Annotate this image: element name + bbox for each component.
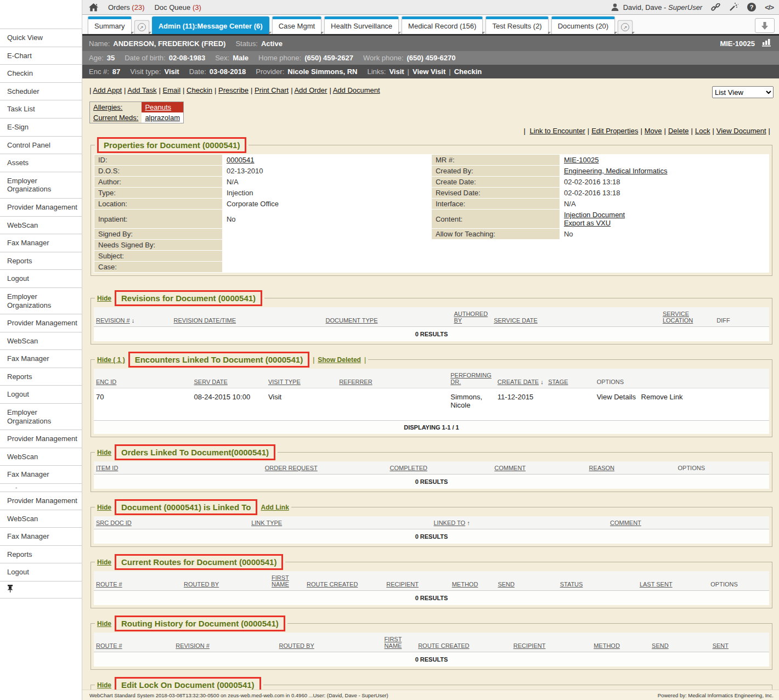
allergies-label[interactable]: Allergies: [90,102,142,112]
column-header[interactable]: AUTHORED BY [451,307,492,327]
current-meds-label[interactable]: Current Meds: [90,112,142,123]
sidebar-item[interactable]: Employer Organizations [0,404,82,430]
sidebar-pin-item[interactable] [0,582,82,599]
chart-action-link[interactable]: Add Order [291,86,327,94]
encounters-hide-link[interactable]: Hide ( 1 ) [97,356,125,364]
column-header[interactable]: SEND [650,633,710,652]
remove-link-link[interactable]: Remove Link [641,393,683,401]
sidebar-item[interactable]: Quick View [0,29,82,47]
orders-hide-link[interactable]: Hide [97,449,111,456]
created-by-link[interactable]: Engineering, Medical Informatics [564,167,668,175]
column-header[interactable]: SRC DOC ID [94,516,249,529]
column-header[interactable]: OPTIONS [676,461,770,475]
column-header[interactable]: RECIPIENT [384,571,449,591]
add-link-link[interactable]: Add Link [261,504,289,511]
allergy-value[interactable]: Peanuts [142,102,183,112]
view-details-link[interactable]: View Details [597,393,636,401]
sidebar-item[interactable]: Provider Management [0,314,82,332]
column-header[interactable]: DOCUMENT TYPE [324,307,452,327]
tab-health-surveillance[interactable]: Health Surveillance [324,16,399,34]
column-header[interactable]: ROUTE CREATED [304,571,384,591]
tab-summary[interactable]: Summary [88,16,132,34]
sidebar-item[interactable]: E-Chart [0,47,82,65]
column-header[interactable]: SERVICE LOCATION [661,307,714,327]
injection-document-link[interactable]: Injection Document [564,211,765,219]
sidebar-item[interactable]: WebScan [0,217,82,235]
tab-case-mgmt[interactable]: Case Mgmt [272,16,321,34]
mr-link[interactable]: MIE-10025 [564,156,599,164]
code-icon[interactable]: </> [765,3,774,12]
view-mode-select[interactable]: List View [712,86,774,98]
column-header[interactable]: REVISION DATE/TIME [172,307,324,327]
visit-link[interactable]: Visit [389,67,404,76]
chart-action-link[interactable]: Add Task [124,86,157,94]
user-label[interactable]: David, Dave - SuperUser [623,3,703,12]
sidebar-item[interactable]: Control Panel [0,137,82,155]
column-header[interactable]: ROUTE CREATED [416,633,511,652]
column-header[interactable]: OPTIONS [595,369,769,388]
column-header[interactable]: ROUTED BY [182,571,269,591]
sidebar-item[interactable]: Fax Manager [0,528,82,546]
documents-external-icon[interactable]: ↗ [618,20,633,35]
edit-lock-hide-link[interactable]: Hide [97,681,111,689]
column-header[interactable]: SERVICE DATE [492,307,661,327]
column-header[interactable]: REVISION # [173,633,276,652]
sidebar-item[interactable]: Logout [0,563,82,582]
column-header[interactable]: COMMENT [608,516,769,529]
column-header[interactable]: REASON [587,461,676,475]
document-action-link[interactable]: Link to Encounter [530,127,585,135]
column-header[interactable]: REVISION #↓ [94,307,172,327]
column-header[interactable]: COMMENT [492,461,586,475]
column-header[interactable]: PERFORMING DR. [448,369,495,388]
sidebar-item[interactable]: E-Sign [0,118,82,137]
tab-admin-message-center[interactable]: Admin (11):Message Center (6) [152,16,269,34]
document-action-link[interactable]: Delete [668,127,689,135]
tab-medical-record[interactable]: Medical Record (156) [402,16,483,34]
document-action-link[interactable]: View Document [716,127,766,135]
sidebar-item[interactable]: WebScan [0,332,82,351]
chart-action-link[interactable]: Email [159,86,181,94]
sidebar-item[interactable]: Reports [0,546,82,564]
sidebar-item[interactable]: Task List [0,100,82,118]
column-header[interactable]: ROUTED BY [277,633,382,652]
linked-to-hide-link[interactable]: Hide [97,504,111,511]
column-header[interactable]: LAST SENT [637,571,708,591]
sidebar-item[interactable]: Employer Organizations [0,172,82,199]
column-header[interactable]: VISIT TYPE [266,369,337,388]
column-header[interactable]: METHOD [591,633,650,652]
sidebar-item[interactable]: WebScan [0,510,82,528]
sidebar-item[interactable]: Provider Management [0,492,82,510]
sidebar-item[interactable]: Reports [0,252,82,270]
column-header[interactable]: STAGE [546,369,595,388]
column-header[interactable]: ENC ID [94,369,191,388]
column-header[interactable]: OPTIONS [708,571,769,591]
view-visit-link[interactable]: View Visit [413,67,445,76]
sidebar-item[interactable]: Assets [0,154,82,172]
tab-documents[interactable]: Documents (20) [551,16,615,34]
current-meds-value[interactable]: alprazolam [142,112,183,123]
sidebar-item[interactable]: Fax Manager [0,466,82,484]
download-button[interactable] [755,18,775,33]
column-header[interactable]: ROUTE # [94,633,173,652]
sidebar-item[interactable]: Logout [0,270,82,288]
sidebar-item[interactable]: Reports [0,368,82,386]
sidebar-item[interactable]: - [0,484,82,492]
column-header[interactable]: FIRST NAME [382,633,416,652]
column-header[interactable]: ITEM ID [94,461,263,475]
revisions-hide-link[interactable]: Hide [97,295,111,302]
help-icon[interactable]: ? [747,3,756,12]
export-vxu-link[interactable]: Export as VXU [564,219,765,227]
document-action-link[interactable]: Edit Properties [591,127,638,135]
column-header[interactable]: SEND [495,571,557,591]
column-header[interactable]: LINK TYPE [249,516,431,529]
show-deleted-link[interactable]: Show Deleted [318,356,361,364]
chart-action-link[interactable]: Add Document [329,86,380,94]
link-icon[interactable] [711,3,720,12]
summary-external-icon[interactable]: ↗ [134,20,149,35]
column-header[interactable]: LINKED TO↑ [431,516,608,529]
column-header[interactable]: REFERRER [337,369,448,388]
chart-stats-icon[interactable] [761,38,772,48]
orders-nav-link[interactable]: Orders (23) [108,3,144,12]
column-header[interactable]: SENT [710,633,769,652]
sidebar-item[interactable]: Checkin [0,65,82,83]
